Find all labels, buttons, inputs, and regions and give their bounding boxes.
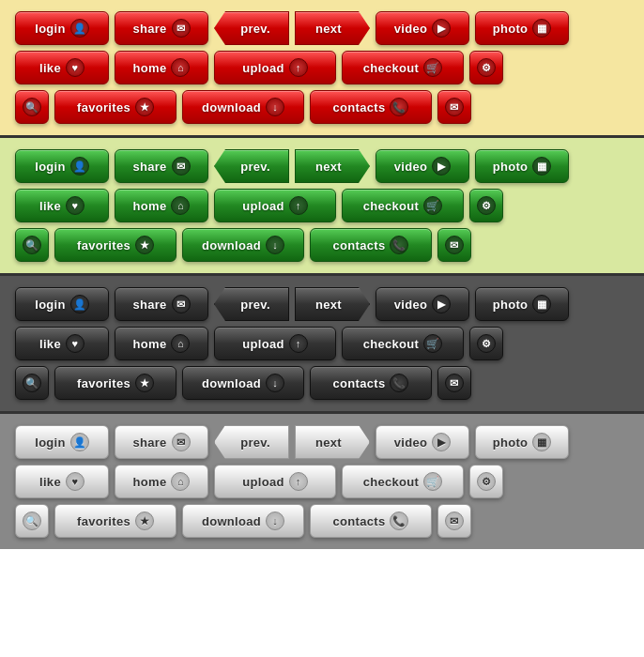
btn-red-share[interactable]: share ✉ xyxy=(115,11,208,45)
btn-red-home[interactable]: home ⌂ xyxy=(115,51,208,84)
btn-light-home[interactable]: home ⌂ xyxy=(115,465,208,498)
btn-red-upload[interactable]: upload ↑ xyxy=(214,51,336,84)
btn-label: like xyxy=(39,199,61,213)
btn-red-video[interactable]: video ▶ xyxy=(376,11,469,45)
btn-dark-prev.[interactable]: prev. xyxy=(214,287,289,321)
btn-label: contacts xyxy=(333,100,386,115)
btn-green-like[interactable]: like ♥ xyxy=(15,189,109,222)
btn-light-next[interactable]: next xyxy=(295,425,370,459)
btn-light-video[interactable]: video ▶ xyxy=(376,425,469,459)
btn-label: checkout xyxy=(363,61,419,75)
btn-dark-✉[interactable]: ✉ xyxy=(437,366,471,400)
btn-dark-video[interactable]: video ▶ xyxy=(376,287,469,321)
btn-red-✉[interactable]: ✉ xyxy=(437,90,471,124)
btn-label: favorites xyxy=(77,376,130,390)
btn-red-checkout[interactable]: checkout 🛒 xyxy=(342,51,464,84)
btn-green-prev.[interactable]: prev. xyxy=(214,149,289,183)
btn-green-✉[interactable]: ✉ xyxy=(437,228,471,262)
btn-icon: ↑ xyxy=(289,196,308,215)
btn-dark-login[interactable]: login 👤 xyxy=(15,287,109,321)
btn-icon: ▦ xyxy=(532,157,551,176)
btn-green-upload[interactable]: upload ↑ xyxy=(214,189,336,222)
btn-light-contacts[interactable]: contacts 📞 xyxy=(310,504,432,538)
btn-green-checkout[interactable]: checkout 🛒 xyxy=(342,189,464,222)
icon-✉: ✉ xyxy=(445,512,464,530)
btn-red-login[interactable]: login 👤 xyxy=(15,11,109,45)
btn-icon: 📞 xyxy=(390,98,408,116)
btn-red-🔍[interactable]: 🔍 xyxy=(15,90,49,124)
btn-light-🔍[interactable]: 🔍 xyxy=(15,504,49,538)
btn-green-favorites[interactable]: favorites ★ xyxy=(54,228,176,262)
btn-icon: ♥ xyxy=(66,334,84,353)
btn-dark-share[interactable]: share ✉ xyxy=(115,287,208,321)
btn-icon: 👤 xyxy=(70,295,89,313)
btn-icon: ♥ xyxy=(66,58,84,77)
row-dark-1: like ♥ home ⌂ upload ↑ checkout 🛒 ⚙ xyxy=(15,327,629,360)
icon-🔍: 🔍 xyxy=(23,236,41,254)
icon-🔍: 🔍 xyxy=(23,512,41,530)
btn-label: share xyxy=(132,298,166,312)
btn-red-like[interactable]: like ♥ xyxy=(15,51,109,84)
btn-green-contacts[interactable]: contacts 📞 xyxy=(310,228,432,262)
btn-red-contacts[interactable]: contacts 📞 xyxy=(310,90,432,124)
btn-label: favorites xyxy=(77,514,130,528)
btn-light-⚙[interactable]: ⚙ xyxy=(469,465,503,498)
btn-dark-favorites[interactable]: favorites ★ xyxy=(54,366,176,400)
btn-label: upload xyxy=(242,199,284,213)
btn-green-⚙[interactable]: ⚙ xyxy=(469,189,503,222)
btn-icon: ↑ xyxy=(289,58,308,77)
row-dark-0: login 👤 share ✉ prev.next video ▶ photo … xyxy=(15,287,629,321)
prev-label: prev. xyxy=(240,435,270,450)
btn-dark-contacts[interactable]: contacts 📞 xyxy=(310,366,432,400)
btn-dark-🔍[interactable]: 🔍 xyxy=(15,366,49,400)
btn-dark-⚙[interactable]: ⚙ xyxy=(469,327,503,360)
btn-red-prev.[interactable]: prev. xyxy=(214,11,289,45)
btn-red-favorites[interactable]: favorites ★ xyxy=(54,90,176,124)
btn-green-photo[interactable]: photo ▦ xyxy=(475,149,569,183)
btn-dark-checkout[interactable]: checkout 🛒 xyxy=(342,327,464,360)
btn-light-login[interactable]: login 👤 xyxy=(15,425,109,459)
btn-red-next[interactable]: next xyxy=(295,11,370,45)
btn-label: contacts xyxy=(333,514,386,528)
btn-light-upload[interactable]: upload ↑ xyxy=(214,465,336,498)
btn-light-checkout[interactable]: checkout 🛒 xyxy=(342,465,464,498)
btn-light-share[interactable]: share ✉ xyxy=(115,425,208,459)
btn-light-✉[interactable]: ✉ xyxy=(437,504,471,538)
btn-dark-like[interactable]: like ♥ xyxy=(15,327,109,360)
btn-light-download[interactable]: download ↓ xyxy=(182,504,304,538)
btn-light-photo[interactable]: photo ▦ xyxy=(475,425,569,459)
btn-red-download[interactable]: download ↓ xyxy=(182,90,304,124)
btn-green-home[interactable]: home ⌂ xyxy=(115,189,208,222)
btn-icon: 🛒 xyxy=(423,196,442,215)
btn-green-next[interactable]: next xyxy=(295,149,370,183)
btn-light-favorites[interactable]: favorites ★ xyxy=(54,504,176,538)
btn-label: photo xyxy=(493,435,529,450)
btn-label: home xyxy=(133,337,167,351)
btn-dark-home[interactable]: home ⌂ xyxy=(115,327,208,360)
row-light-2: 🔍 favorites ★ download ↓ contacts 📞 ✉ xyxy=(15,504,629,538)
btn-green-login[interactable]: login 👤 xyxy=(15,149,109,183)
btn-green-video[interactable]: video ▶ xyxy=(376,149,469,183)
btn-red-⚙[interactable]: ⚙ xyxy=(469,51,503,84)
btn-dark-photo[interactable]: photo ▦ xyxy=(475,287,569,321)
btn-icon: 👤 xyxy=(70,157,89,176)
btn-icon: ★ xyxy=(135,236,154,254)
btn-label: download xyxy=(202,100,261,115)
row-green-0: login 👤 share ✉ prev.next video ▶ photo … xyxy=(15,149,629,183)
btn-dark-download[interactable]: download ↓ xyxy=(182,366,304,400)
btn-green-share[interactable]: share ✉ xyxy=(115,149,208,183)
btn-green-🔍[interactable]: 🔍 xyxy=(15,228,49,262)
btn-label: favorites xyxy=(77,238,130,252)
btn-icon: ↑ xyxy=(289,334,308,353)
btn-dark-upload[interactable]: upload ↑ xyxy=(214,327,336,360)
next-label: next xyxy=(315,298,342,312)
btn-label: login xyxy=(35,160,66,174)
btn-green-download[interactable]: download ↓ xyxy=(182,228,304,262)
next-label: next xyxy=(315,160,342,174)
btn-light-like[interactable]: like ♥ xyxy=(15,465,109,498)
btn-label: download xyxy=(202,376,261,390)
btn-label: upload xyxy=(242,61,284,75)
btn-light-prev.[interactable]: prev. xyxy=(214,425,289,459)
btn-dark-next[interactable]: next xyxy=(295,287,370,321)
btn-red-photo[interactable]: photo ▦ xyxy=(475,11,569,45)
